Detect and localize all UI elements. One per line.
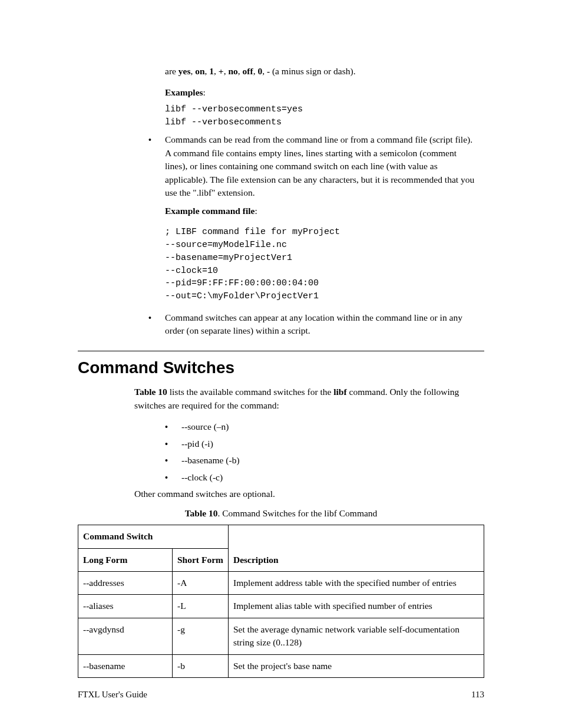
table-row: --aliases -L Implement alias table with … bbox=[78, 595, 484, 618]
col-short-form: Short Form bbox=[173, 548, 229, 571]
example-file-heading: Example command file: bbox=[165, 205, 480, 218]
bullet-icon: • bbox=[145, 311, 165, 338]
page-footer: FTXL User's Guide 113 bbox=[78, 689, 484, 701]
bullet-icon: • bbox=[161, 437, 181, 450]
req-switch-item: • --basename (-b) bbox=[181, 454, 484, 467]
cell-short: -L bbox=[173, 595, 229, 618]
bullet-text: Command switches can appear at any locat… bbox=[165, 311, 480, 338]
cell-desc: Set the average dynamic network variable… bbox=[229, 618, 484, 654]
optional-note: Other command switches are optional. bbox=[134, 487, 480, 500]
command-switches-table: Command Switch Description Long Form Sho… bbox=[78, 525, 484, 678]
bullet-item: • Command switches can appear at any loc… bbox=[165, 311, 480, 338]
cell-short: -A bbox=[173, 571, 229, 594]
table-caption: Table 10. Command Switches for the libf … bbox=[78, 507, 484, 520]
req-switch-text: --source (–n) bbox=[181, 420, 484, 433]
table-row: --basename -b Set the project's base nam… bbox=[78, 654, 484, 677]
req-switch-item: • --source (–n) bbox=[181, 420, 484, 433]
bullet-icon: • bbox=[161, 471, 181, 484]
example-line-1: libf --verbosecomments=yes bbox=[165, 103, 480, 116]
intro-paragraph: Table 10 lists the available command swi… bbox=[134, 386, 480, 412]
req-switch-text: --pid (-i) bbox=[181, 437, 484, 450]
req-switch-text: --clock (-c) bbox=[181, 471, 484, 484]
example-command-file: ; LIBF command file for myProject --sour… bbox=[165, 226, 480, 303]
boolean-values-line: are yes, on, 1, +, no, off, 0, - (a minu… bbox=[165, 65, 480, 78]
col-command-switch: Command Switch bbox=[78, 525, 229, 548]
page-number: 113 bbox=[471, 689, 484, 701]
example-line-2: libf --verbosecomments bbox=[165, 116, 480, 129]
bullet-icon: • bbox=[161, 454, 181, 467]
cell-short: -g bbox=[173, 618, 229, 654]
cell-long: --aliases bbox=[78, 595, 173, 618]
bullet-item: • Commands can be read from the command … bbox=[165, 133, 480, 199]
col-long-form: Long Form bbox=[78, 548, 173, 571]
section-heading: Command Switches bbox=[78, 351, 484, 380]
bullet-icon: • bbox=[161, 420, 181, 433]
col-description: Description bbox=[229, 525, 484, 572]
footer-title: FTXL User's Guide bbox=[78, 689, 147, 701]
table-row: --avgdynsd -g Set the average dynamic ne… bbox=[78, 618, 484, 654]
table-header-row: Command Switch Description bbox=[78, 525, 484, 548]
bullet-icon: • bbox=[145, 133, 165, 199]
cell-desc: Implement address table with the specifi… bbox=[229, 571, 484, 594]
cell-desc: Implement alias table with specified num… bbox=[229, 595, 484, 618]
examples-heading: Examples: bbox=[165, 86, 480, 99]
cell-long: --addresses bbox=[78, 571, 173, 594]
table-row: --addresses -A Implement address table w… bbox=[78, 571, 484, 594]
req-switch-text: --basename (-b) bbox=[181, 454, 484, 467]
cell-long: --avgdynsd bbox=[78, 618, 173, 654]
cell-short: -b bbox=[173, 654, 229, 677]
req-switch-item: • --clock (-c) bbox=[181, 471, 484, 484]
cell-desc: Set the project's base name bbox=[229, 654, 484, 677]
req-switch-item: • --pid (-i) bbox=[181, 437, 484, 450]
cell-long: --basename bbox=[78, 654, 173, 677]
bullet-text: Commands can be read from the command li… bbox=[165, 133, 480, 199]
